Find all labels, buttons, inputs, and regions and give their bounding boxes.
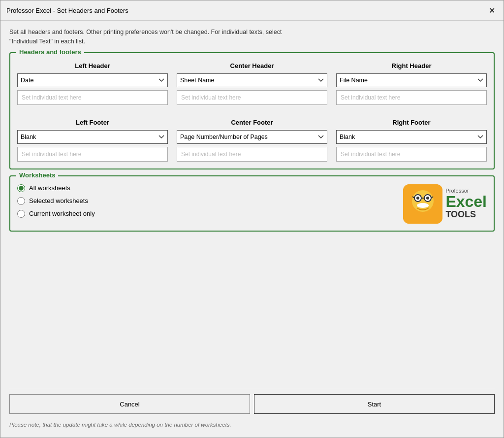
left-footer-text-input[interactable] [17, 147, 168, 162]
right-footer-label: Right Footer [336, 119, 487, 126]
logo-area: Professor Excel TOOLS [403, 184, 487, 224]
center-footer-text-input[interactable] [177, 147, 327, 162]
logo-icon [403, 184, 442, 224]
left-footer-label: Left Footer [17, 119, 168, 126]
description-line1: Set all headers and footers. Other print… [9, 29, 282, 35]
radio-current-worksheet-label: Current worksheet only [29, 210, 95, 217]
logo-tools-text: TOOLS [445, 209, 487, 220]
center-footer-dropdown[interactable]: Date Sheet Name File Name Page Number/Nu… [177, 130, 327, 144]
radio-all-worksheets-input[interactable] [17, 184, 25, 192]
svg-point-1 [412, 190, 434, 212]
left-footer-dropdown[interactable]: Date Sheet Name File Name Page Number Bl… [17, 130, 168, 144]
radio-selected-worksheets-input[interactable] [17, 197, 25, 205]
right-header-col: Right Header Date Sheet Name File Name P… [336, 62, 487, 105]
center-footer-col: Center Footer Date Sheet Name File Name … [177, 119, 327, 162]
logo-face-svg [403, 184, 442, 224]
svg-point-11 [417, 203, 429, 208]
right-header-label: Right Header [336, 62, 487, 69]
logo-excel-text: Excel [445, 194, 487, 209]
right-header-text-input[interactable] [336, 90, 487, 105]
footer-note: Please note, that the update might take … [9, 420, 495, 431]
description-line2: "Individual Text" in each list. [9, 38, 85, 45]
radio-all-worksheets-label: All worksheets [29, 184, 70, 192]
svg-point-10 [426, 197, 429, 200]
footers-row: Left Footer Date Sheet Name File Name Pa… [17, 119, 487, 162]
title-bar: Professor Excel - Set Headers and Footer… [0, 0, 504, 21]
left-header-dropdown[interactable]: Date Sheet Name File Name Page Number Bl… [17, 73, 168, 87]
worksheets-legend: Worksheets [16, 171, 58, 179]
center-header-dropdown[interactable]: Date Sheet Name File Name Page Number Bl… [177, 73, 327, 87]
headers-footers-section: Headers and footers Left Header Date She… [9, 52, 495, 169]
left-header-col: Left Header Date Sheet Name File Name Pa… [17, 62, 168, 105]
right-footer-text-input[interactable] [336, 147, 487, 162]
radio-current-worksheet[interactable]: Current worksheet only [17, 210, 95, 218]
radio-selected-worksheets[interactable]: Selected worksheets [17, 197, 95, 205]
close-button[interactable]: ✕ [486, 4, 498, 16]
left-header-text-input[interactable] [17, 90, 168, 105]
center-footer-label: Center Footer [177, 119, 327, 126]
worksheet-radio-group: All worksheets Selected worksheets Curre… [17, 184, 95, 218]
cancel-button[interactable]: Cancel [9, 394, 250, 414]
window-title: Professor Excel - Set Headers and Footer… [6, 7, 128, 14]
right-footer-col: Right Footer Date Sheet Name File Name P… [336, 119, 487, 162]
headers-row: Left Header Date Sheet Name File Name Pa… [17, 62, 487, 105]
headers-footers-legend: Headers and footers [16, 48, 84, 56]
description: Set all headers and footers. Other print… [9, 28, 495, 46]
svg-point-9 [416, 197, 419, 200]
left-header-label: Left Header [17, 62, 168, 69]
worksheets-content: All worksheets Selected worksheets Curre… [17, 184, 487, 224]
radio-all-worksheets[interactable]: All worksheets [17, 184, 95, 192]
start-button[interactable]: Start [254, 394, 495, 414]
buttons-row: Cancel Start [9, 388, 495, 414]
worksheets-section: Worksheets All worksheets Selected works… [9, 175, 495, 232]
right-footer-dropdown[interactable]: Date Sheet Name File Name Page Number Bl… [336, 130, 487, 144]
logo-text-block: Professor Excel TOOLS [445, 188, 487, 220]
dialog-body: Set all headers and footers. Other print… [0, 21, 504, 438]
center-header-label: Center Header [177, 62, 327, 69]
center-header-text-input[interactable] [177, 90, 327, 105]
center-header-col: Center Header Date Sheet Name File Name … [177, 62, 327, 105]
left-footer-col: Left Footer Date Sheet Name File Name Pa… [17, 119, 168, 162]
dialog-window: Professor Excel - Set Headers and Footer… [0, 0, 504, 438]
right-header-dropdown[interactable]: Date Sheet Name File Name Page Number Bl… [336, 73, 487, 87]
radio-current-worksheet-input[interactable] [17, 210, 25, 218]
radio-selected-worksheets-label: Selected worksheets [29, 197, 88, 204]
